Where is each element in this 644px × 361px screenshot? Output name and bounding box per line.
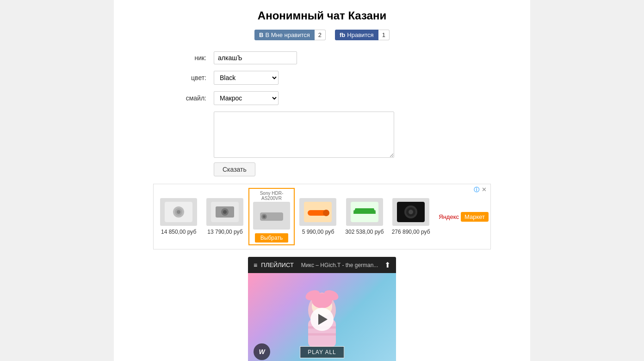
page-title: Анонимный чат Казани xyxy=(123,9,521,22)
color-row: цвет: Black Red Blue Green Orange xyxy=(169,71,521,85)
nick-input[interactable] xyxy=(214,51,297,64)
svg-point-14 xyxy=(323,210,329,216)
svg-point-27 xyxy=(312,293,332,308)
nick-row: ник: xyxy=(169,51,521,64)
vk-like-label: В Мне нравится xyxy=(265,31,310,38)
fb-like-widget: fb Нравится 1 xyxy=(335,30,390,40)
ad-img-5 xyxy=(346,198,383,226)
submit-button[interactable]: Сказать xyxy=(214,162,255,176)
ad-item-5: 302 538,00 руб xyxy=(341,196,388,237)
svg-point-3 xyxy=(177,210,180,214)
video-section: ≡ ПЛЕЙЛИСТ Микс – HGich.T - the german..… xyxy=(248,257,396,361)
vk-like-button[interactable]: В В Мне нравится xyxy=(254,30,315,40)
ad-price-2: 13 790,00 руб xyxy=(207,229,242,235)
ad-img-6 xyxy=(392,198,429,226)
play-all-button[interactable]: PLAY ALL xyxy=(300,346,344,358)
vk-icon: В xyxy=(259,31,263,38)
ad-item-2: 13 790,00 руб xyxy=(202,196,248,237)
video-header: ≡ ПЛЕЙЛИСТ Микс – HGich.T - the german..… xyxy=(248,257,396,273)
fb-count: 1 xyxy=(378,30,390,40)
ad-img-1 xyxy=(160,198,197,226)
warner-badge: W xyxy=(254,343,270,360)
vk-count: 2 xyxy=(315,30,326,40)
ad-sublabel-3: Sony HDR-AS200VR xyxy=(252,191,291,201)
playlist-icon: ≡ xyxy=(254,261,257,269)
svg-point-21 xyxy=(409,210,413,214)
smile-label: смайл: xyxy=(169,94,206,102)
yandex-market: Яндекс Маркет xyxy=(439,212,489,222)
smile-row: смайл: Макрос Обычный Большой xyxy=(169,91,521,105)
vk-like-widget: В В Мне нравится 2 xyxy=(254,30,326,40)
video-header-left: ≡ ПЛЕЙЛИСТ Микс – HGich.T - the german..… xyxy=(254,261,378,269)
fb-icon: fb xyxy=(340,31,345,38)
ad-img-4 xyxy=(299,198,336,226)
message-textarea[interactable] xyxy=(214,112,394,158)
svg-point-11 xyxy=(263,215,266,218)
share-icon[interactable]: ⬆ xyxy=(384,261,390,269)
ad-item-6: 276 890,00 руб xyxy=(388,196,434,237)
ads-info-icon: ⓘ xyxy=(474,186,479,194)
play-icon xyxy=(318,314,328,325)
video-title: Микс – HGich.T - the german... xyxy=(301,262,378,268)
ad-price-6: 276 890,00 руб xyxy=(392,229,430,235)
color-label: цвет: xyxy=(169,74,206,81)
color-select[interactable]: Black Red Blue Green Orange xyxy=(214,71,279,85)
ad-item-4: 5 990,00 руб xyxy=(295,196,341,237)
ad-item-3: Sony HDR-AS200VR Выбрать xyxy=(248,188,295,245)
ads-close-button[interactable]: ✕ xyxy=(482,186,487,193)
market-badge: Маркет xyxy=(461,212,489,222)
video-thumbnail[interactable]: PLAY ALL W xyxy=(248,273,396,361)
social-bar: В В Мне нравится 2 fb Нравится 1 xyxy=(123,30,521,40)
nick-label: ник: xyxy=(169,54,206,62)
fb-like-button[interactable]: fb Нравится xyxy=(335,30,378,40)
ad-price-4: 5 990,00 руб xyxy=(302,229,334,235)
warner-label: W xyxy=(259,348,265,355)
ad-img-2 xyxy=(206,198,243,226)
ad-img-3 xyxy=(253,202,290,230)
ads-info: ⓘ xyxy=(474,186,479,194)
play-button[interactable] xyxy=(310,308,334,331)
playlist-header-label: ПЛЕЙЛИСТ xyxy=(261,261,294,268)
ad-price-1: 14 850,00 руб xyxy=(161,229,196,235)
svg-rect-30 xyxy=(308,333,336,336)
yandex-text: Яндекс xyxy=(439,213,459,220)
ad-select-button-3[interactable]: Выбрать xyxy=(255,233,288,243)
fb-like-label: Нравится xyxy=(347,31,373,38)
ads-banner: ⓘ ✕ 14 850,00 руб 13 790,00 руб Sony HDR… xyxy=(153,184,491,249)
svg-point-7 xyxy=(223,210,227,214)
ad-price-5: 302 538,00 руб xyxy=(345,229,384,235)
smile-select[interactable]: Макрос Обычный Большой xyxy=(214,91,279,105)
form-container: ник: цвет: Black Red Blue Green Orange с… xyxy=(169,51,521,176)
ad-item-1: 14 850,00 руб xyxy=(155,196,202,237)
svg-marker-17 xyxy=(353,208,376,214)
